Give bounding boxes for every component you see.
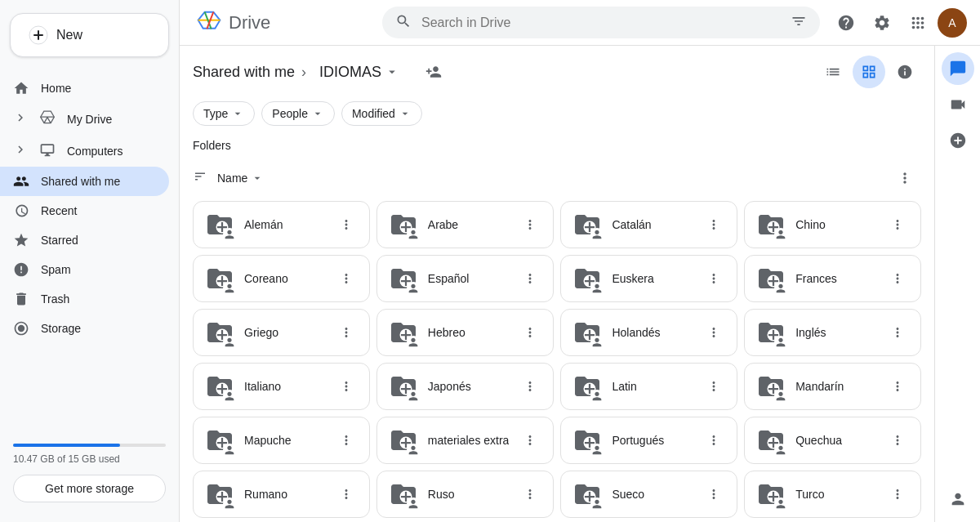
sort-name-button[interactable]: Name: [211, 168, 270, 188]
folder-card-coreano[interactable]: Coreano: [193, 255, 370, 302]
folder-more-button[interactable]: [702, 375, 725, 398]
side-panel-user-icon[interactable]: [942, 483, 974, 515]
idiomas-folder-button[interactable]: IDIOMAS: [313, 60, 406, 84]
sidebar-item-recent[interactable]: Recent: [0, 196, 169, 225]
folder-card-turco[interactable]: Turco: [744, 471, 921, 518]
list-view-button[interactable]: [817, 56, 849, 88]
folder-more-button[interactable]: [519, 429, 541, 452]
folder-card-holandes[interactable]: Holandés: [560, 309, 737, 356]
home-icon: [13, 80, 29, 96]
folder-more-button[interactable]: [886, 213, 909, 236]
add-people-button[interactable]: [419, 57, 448, 87]
chat-panel-button[interactable]: [942, 52, 974, 85]
folder-more-button[interactable]: [702, 483, 725, 506]
folder-more-button[interactable]: [335, 213, 358, 236]
settings-button[interactable]: [866, 7, 898, 39]
folder-card-italiano[interactable]: Italiano: [193, 363, 370, 410]
folder-more-button[interactable]: [335, 483, 358, 506]
folder-card-aleman[interactable]: Alemán: [193, 201, 370, 248]
type-filter-chip[interactable]: Type: [193, 101, 255, 126]
folder-more-button[interactable]: [335, 267, 358, 290]
storage-bar-fill: [13, 444, 120, 447]
sidebar-item-home[interactable]: Home: [0, 74, 169, 103]
add-panel-button[interactable]: [942, 124, 974, 157]
get-storage-button[interactable]: Get more storage: [13, 475, 166, 502]
folder-more-button[interactable]: [886, 267, 909, 290]
folder-more-button[interactable]: [519, 375, 541, 398]
sidebar-item-spam[interactable]: Spam: [0, 255, 169, 284]
folder-name: Inglés: [795, 326, 876, 339]
folder-more-button[interactable]: [335, 321, 358, 344]
sidebar-item-storage[interactable]: Storage: [0, 314, 169, 343]
search-bar[interactable]: [382, 7, 820, 38]
folder-more-button[interactable]: [335, 429, 358, 452]
sidebar-item-trash[interactable]: Trash: [0, 284, 169, 314]
sidebar-nav: Home My Drive Computers: [0, 70, 179, 346]
folder-card-mapuche[interactable]: Mapuche: [193, 417, 370, 464]
sidebar-item-shared-label: Shared with me: [41, 175, 120, 188]
folder-name: Quechua: [795, 434, 876, 447]
new-button[interactable]: New: [10, 13, 169, 57]
meet-panel-button[interactable]: [942, 88, 974, 121]
folder-card-portugues[interactable]: Portugués: [560, 417, 737, 464]
plus-icon: [29, 25, 48, 45]
advanced-search-icon[interactable]: [791, 13, 807, 32]
sidebar-item-computers-label: Computers: [67, 145, 122, 158]
help-button[interactable]: [830, 7, 862, 39]
folder-card-chino[interactable]: Chino: [744, 201, 921, 248]
folder-more-button[interactable]: [702, 267, 725, 290]
folder-name: Mandarín: [795, 380, 876, 393]
expand-computers-icon: [13, 142, 28, 159]
folder-card-ingles[interactable]: Inglés: [744, 309, 921, 356]
folder-more-button[interactable]: [519, 267, 541, 290]
folder-more-button[interactable]: [519, 321, 541, 344]
folder-card-materiales-extra[interactable]: materiales extra: [376, 417, 555, 464]
folder-more-button[interactable]: [886, 375, 909, 398]
folder-more-button[interactable]: [886, 429, 909, 452]
folder-icon-wrap: [756, 426, 786, 455]
folder-more-button[interactable]: [519, 483, 541, 506]
folder-name: Español: [428, 272, 510, 285]
folder-card-quechua[interactable]: Quechua: [744, 417, 921, 464]
sidebar-item-computers[interactable]: Computers: [0, 135, 169, 167]
folder-card-catalan[interactable]: Catalán: [560, 201, 737, 248]
search-input[interactable]: [421, 16, 781, 30]
folder-card-hebreo[interactable]: Hebreo: [376, 309, 555, 356]
computer-icon: [39, 141, 56, 160]
filters-row: Type People Modified: [193, 95, 921, 132]
chat-icon: [949, 60, 967, 78]
folder-card-griego[interactable]: Griego: [193, 309, 370, 356]
folder-card-frances[interactable]: Frances: [744, 255, 921, 302]
more-options-icon: [897, 170, 913, 186]
folder-card-arabe[interactable]: Arabe: [376, 201, 555, 248]
grid-view-button[interactable]: [853, 56, 885, 88]
folder-card-japones[interactable]: Japonés: [376, 363, 555, 410]
folder-card-espanol[interactable]: Español: [376, 255, 555, 302]
more-options-button[interactable]: [889, 162, 921, 194]
info-button[interactable]: [889, 56, 921, 88]
folder-card-euskera[interactable]: Euskera: [560, 255, 737, 302]
sidebar-item-shared-with-me[interactable]: Shared with me: [0, 167, 169, 196]
folder-more-button[interactable]: [702, 429, 725, 452]
folder-more-button[interactable]: [335, 375, 358, 398]
folder-more-button[interactable]: [702, 321, 725, 344]
people-filter-chip[interactable]: People: [261, 101, 335, 126]
folders-grid: Alemán Arabe: [193, 201, 921, 522]
sidebar-item-starred[interactable]: Starred: [0, 225, 169, 255]
folder-card-rumano[interactable]: Rumano: [193, 471, 370, 518]
avatar[interactable]: A: [938, 8, 967, 38]
dropdown-arrow-icon: [385, 65, 399, 79]
modified-filter-chip[interactable]: Modified: [341, 101, 422, 126]
folder-card-latin[interactable]: Latin: [560, 363, 737, 410]
folder-name: Coreano: [244, 272, 325, 285]
folder-card-ruso[interactable]: Ruso: [376, 471, 555, 518]
folder-more-button[interactable]: [886, 321, 909, 344]
apps-button[interactable]: [902, 7, 934, 39]
folder-more-button[interactable]: [886, 483, 909, 506]
folder-more-button[interactable]: [519, 213, 541, 236]
folder-card-sueco[interactable]: Sueco: [560, 471, 737, 518]
folder-card-mandarin[interactable]: Mandarín: [744, 363, 921, 410]
person-badge: [407, 282, 420, 295]
folder-more-button[interactable]: [702, 213, 725, 236]
sidebar-item-my-drive[interactable]: My Drive: [0, 103, 169, 135]
